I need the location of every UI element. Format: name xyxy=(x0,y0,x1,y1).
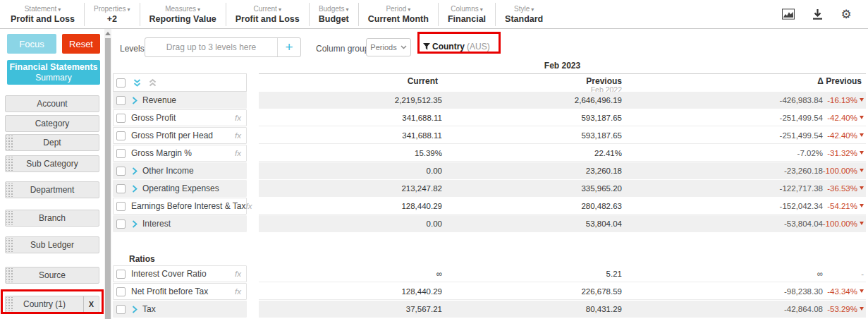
row-checkbox[interactable] xyxy=(116,149,126,158)
select-all-checkbox[interactable] xyxy=(116,78,126,88)
row-label[interactable]: Revenue xyxy=(142,95,176,105)
scrollbar-thumb[interactable] xyxy=(105,38,111,319)
column-header-delta-previous[interactable]: Δ Previous xyxy=(623,74,866,92)
cell-current: 341,688.11 xyxy=(259,131,444,140)
toolbar-group-period[interactable]: Period▾Current Month xyxy=(358,3,438,26)
row-checkbox[interactable] xyxy=(116,131,126,140)
row-checkbox[interactable] xyxy=(116,184,126,193)
sidebar-item-branch[interactable]: Branch xyxy=(5,210,99,227)
toolbar-group-properties[interactable]: Properties▾+2 xyxy=(84,3,140,26)
toolbar-group-label: Current▾ xyxy=(236,4,300,14)
expand-chevron-icon[interactable] xyxy=(132,306,137,313)
toolbar-group-statement[interactable]: Statement▾Profit and Loss xyxy=(1,3,84,26)
expand-chevron-icon[interactable] xyxy=(132,185,137,193)
add-level-button[interactable]: + xyxy=(277,38,300,56)
drag-handle-icon[interactable] xyxy=(6,211,14,225)
toolbar-group-value: Standard xyxy=(505,14,543,25)
sidebar-item-department[interactable]: Department xyxy=(5,181,99,198)
column-groups-select[interactable]: Periods xyxy=(366,38,411,56)
collapse-all-icon[interactable] xyxy=(148,78,157,88)
toolbar-group-value: Budget xyxy=(319,14,349,25)
expand-chevron-icon[interactable] xyxy=(132,220,137,228)
sidebar-item-country-active[interactable]: Country (1) X xyxy=(5,296,99,313)
cell-previous: 2,646,496.19 xyxy=(444,96,623,104)
toolbar-group-columns[interactable]: Columns▾Financial xyxy=(438,3,495,26)
column-header-previous[interactable]: Previous Feb 2022 xyxy=(444,74,623,92)
formula-icon: fx xyxy=(235,131,241,140)
delta-percent-value: -42.40% xyxy=(827,131,857,140)
toolbar-group-label: Period▾ xyxy=(368,4,429,14)
sidebar-item-sub-ledger[interactable]: Sub Ledger xyxy=(5,236,99,253)
sidebar-item-account[interactable]: Account xyxy=(5,95,99,112)
toolbar-group-value: Current Month xyxy=(368,14,429,25)
sidebar-item-category[interactable]: Category xyxy=(5,115,99,132)
focus-button[interactable]: Focus xyxy=(7,34,56,54)
reset-button[interactable]: Reset xyxy=(62,34,100,54)
toolbar-group-measures[interactable]: Measures▾Reporting Value xyxy=(140,3,226,26)
sidebar-item-sub-category[interactable]: Sub Category xyxy=(5,155,99,172)
vertical-scrollbar[interactable] xyxy=(104,29,111,319)
column-header-current[interactable]: Current xyxy=(259,74,444,92)
drag-handle-icon[interactable] xyxy=(6,183,14,197)
filter-icon xyxy=(423,43,430,50)
drag-handle-icon[interactable] xyxy=(6,297,14,311)
settings-gear-icon[interactable]: ⚙︎ xyxy=(840,8,852,20)
delta-percent-value: -54.21% xyxy=(827,202,857,210)
toolbar-group-style[interactable]: Style▾Standard xyxy=(495,3,552,26)
row-checkbox[interactable] xyxy=(116,305,126,314)
delta-percent-value: -16.13% xyxy=(827,96,857,104)
row-checkbox[interactable] xyxy=(116,202,126,211)
chart-icon[interactable] xyxy=(782,8,795,20)
level-label: Sub Category xyxy=(26,159,78,169)
row-checkbox[interactable] xyxy=(116,270,126,279)
row-values: 2,219,512.352,646,496.19-426,983.84-16.1… xyxy=(259,92,866,109)
row-checkbox[interactable] xyxy=(116,219,126,229)
row-checkbox[interactable] xyxy=(116,167,126,176)
level-label: Account xyxy=(37,99,67,109)
cell-previous: 335,965.20 xyxy=(444,184,623,193)
drag-handle-icon[interactable] xyxy=(6,157,14,171)
row-checkbox[interactable] xyxy=(116,287,126,296)
financial-statements-summary-button[interactable]: Financial Statements Summary xyxy=(7,60,100,85)
cell-delta-percent: - xyxy=(823,270,866,278)
remove-level-button[interactable]: X xyxy=(83,296,99,312)
sidebar-item-source[interactable]: Source xyxy=(5,267,99,284)
row-label[interactable]: Tax xyxy=(142,304,156,314)
statement-subtitle: Summary xyxy=(7,73,100,83)
row-label[interactable]: Interest xyxy=(142,219,171,229)
chevron-down-icon: ▾ xyxy=(279,6,281,13)
toolbar-group-budgets[interactable]: Budgets▾Budget xyxy=(309,3,358,26)
cell-previous: 23,260.18 xyxy=(444,167,623,175)
delta-percent-value: -36.53% xyxy=(827,184,857,193)
levels-dropzone[interactable]: Drag up to 3 levels here + xyxy=(145,37,301,57)
expand-chevron-icon[interactable] xyxy=(132,167,137,175)
drag-handle-icon[interactable] xyxy=(6,136,14,150)
row-label-cell: Tax xyxy=(113,301,247,318)
row-checkbox[interactable] xyxy=(116,114,126,123)
toolbar-group-current[interactable]: Current▾Profit and Loss xyxy=(226,3,309,26)
cell-delta-percent: -16.13% xyxy=(823,96,866,104)
drag-handle-icon[interactable] xyxy=(6,238,14,252)
cell-previous: 53,804.04 xyxy=(444,219,623,228)
row-label[interactable]: Other Income xyxy=(142,166,194,176)
download-icon[interactable] xyxy=(811,8,824,20)
sidebar-item-dept[interactable]: Dept xyxy=(5,134,99,151)
cell-previous: 22.41% xyxy=(444,149,623,157)
row-checkbox[interactable] xyxy=(116,96,126,105)
row-label[interactable]: Operating Expenses xyxy=(142,183,219,193)
chevron-down-icon: ▾ xyxy=(128,6,130,13)
formula-icon: fx xyxy=(235,149,241,157)
drag-handle-icon[interactable] xyxy=(6,268,14,282)
column-groups-value: Periods xyxy=(370,43,396,52)
expand-chevron-icon[interactable] xyxy=(132,97,137,104)
row-values: 128,440.29226,678.59-98,238.30-43.34% xyxy=(259,283,866,300)
country-filter-chip[interactable]: Country (AUS) xyxy=(423,42,490,52)
delta-percent-value: -100.00% xyxy=(823,167,857,175)
expand-all-icon[interactable] xyxy=(133,78,142,88)
level-label: Source xyxy=(39,270,66,280)
cell-current: 37,567.21 xyxy=(259,305,444,313)
row-values: 341,688.11593,187.65-251,499.54-42.40% xyxy=(259,109,866,126)
cell-current: 0.00 xyxy=(259,167,444,175)
scroll-up-icon[interactable] xyxy=(105,32,111,35)
toolbar-icons: ⚙︎ xyxy=(782,8,852,20)
